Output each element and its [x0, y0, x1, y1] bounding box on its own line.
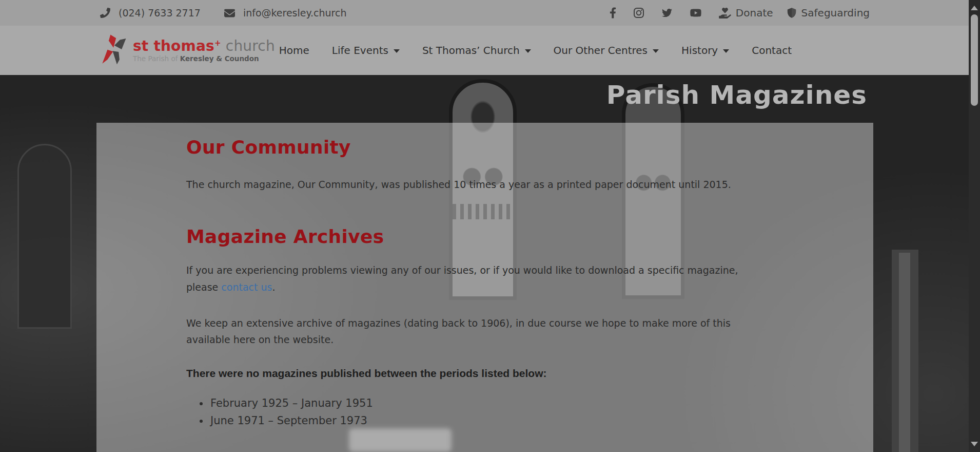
- logo-cross-icon: [100, 33, 128, 67]
- section-heading-magazine-archives: Magazine Archives: [186, 226, 771, 247]
- site-logo[interactable]: st thomas+ church The Parish of Keresley…: [100, 33, 275, 67]
- main-navigation: Home Life Events St Thomas’ Church Our O…: [279, 44, 792, 56]
- chevron-down-icon: [394, 49, 400, 53]
- topbar-links-group: Donate Safeguarding: [610, 7, 870, 19]
- section-heading-our-community: Our Community: [186, 123, 771, 158]
- nav-label: Life Events: [332, 44, 388, 56]
- contact-info-group: (024) 7633 2717 info@keresley.church: [100, 7, 346, 18]
- logo-tagline: The Parish of Keresley & Coundon: [133, 55, 275, 62]
- wall-detail: [899, 253, 910, 452]
- content-panel: Our Community The church magazine, Our C…: [96, 123, 873, 452]
- nav-label: Home: [279, 44, 309, 56]
- donate-link[interactable]: Donate: [719, 7, 773, 19]
- site-header: st thomas+ church The Parish of Keresley…: [0, 26, 969, 75]
- phone-number: (024) 7633 2717: [119, 7, 201, 18]
- safeguarding-link[interactable]: Safeguarding: [787, 7, 870, 19]
- nav-label: St Thomas’ Church: [422, 44, 520, 56]
- nav-item-history[interactable]: History: [681, 44, 729, 56]
- archives-paragraph-2: We keep an extensive archive of magazine…: [186, 315, 771, 348]
- chevron-down-icon: [653, 49, 659, 53]
- list-item: June 1971 – September 1973: [209, 412, 771, 429]
- archives-paragraph-1-end: .: [272, 281, 275, 293]
- safeguarding-label: Safeguarding: [801, 7, 870, 19]
- nav-item-st-thomas-church[interactable]: St Thomas’ Church: [422, 44, 531, 56]
- email-contact[interactable]: info@keresley.church: [224, 7, 347, 18]
- nav-label: History: [681, 44, 718, 56]
- no-magazines-note: There were no magazines published betwee…: [186, 367, 771, 380]
- donate-icon: [719, 8, 731, 18]
- top-contact-bar: (024) 7633 2717 info@keresley.church: [0, 0, 969, 26]
- content-container: Our Community The church magazine, Our C…: [186, 123, 771, 429]
- email-icon: [224, 8, 235, 18]
- nav-item-contact[interactable]: Contact: [752, 44, 792, 56]
- nav-item-life-events[interactable]: Life Events: [332, 44, 400, 56]
- scroll-up-arrow-icon[interactable]: [971, 6, 978, 10]
- contact-us-link[interactable]: contact us: [221, 281, 272, 293]
- email-address: info@keresley.church: [243, 7, 347, 18]
- youtube-icon[interactable]: [690, 8, 702, 18]
- nav-item-home[interactable]: Home: [279, 44, 309, 56]
- nav-label: Our Other Centres: [554, 44, 648, 56]
- scroll-down-arrow-icon[interactable]: [971, 442, 978, 446]
- archives-paragraph-1: If you are experiencing problems viewing…: [186, 262, 771, 295]
- twitter-icon[interactable]: [661, 8, 673, 18]
- arched-window: [17, 144, 72, 329]
- logo-text: st thomas+ church The Parish of Keresley…: [133, 39, 275, 63]
- logo-name: st thomas+ church: [133, 39, 275, 53]
- nav-item-our-other-centres[interactable]: Our Other Centres: [554, 44, 659, 56]
- vertical-scrollbar[interactable]: [969, 0, 980, 452]
- shield-icon: [787, 7, 797, 18]
- chevron-down-icon: [723, 49, 729, 53]
- phone-contact[interactable]: (024) 7633 2717: [100, 7, 201, 18]
- instagram-icon[interactable]: [633, 7, 644, 18]
- facebook-icon[interactable]: [610, 7, 616, 18]
- page-title: Parish Magazines: [606, 80, 867, 110]
- social-icons: [610, 7, 702, 18]
- scrollbar-thumb[interactable]: [971, 14, 978, 106]
- community-paragraph: The church magazine, Our Community, was …: [186, 176, 771, 193]
- phone-icon: [100, 8, 110, 18]
- chevron-down-icon: [525, 49, 531, 53]
- publication-gap-list: February 1925 – January 1951 June 1971 –…: [186, 395, 771, 429]
- nav-label: Contact: [752, 44, 792, 56]
- list-item: February 1925 – January 1951: [209, 395, 771, 412]
- donate-label: Donate: [736, 7, 773, 19]
